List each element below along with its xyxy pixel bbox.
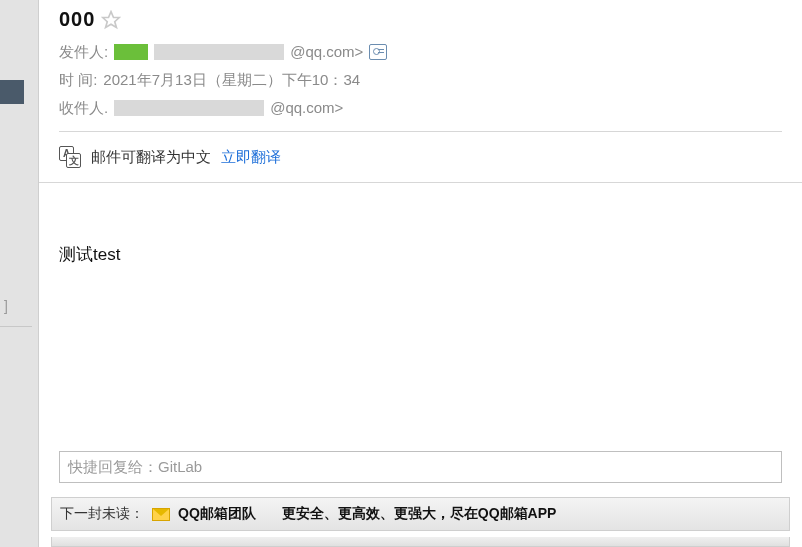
mail-read-pane: 000 发件人: @qq.com> 时 间: 2021年7月13日（星期二）下午… (38, 0, 802, 547)
to-label: 收件人. (59, 97, 108, 119)
translate-link[interactable]: 立即翻译 (221, 148, 281, 167)
envelope-icon (152, 508, 170, 521)
from-row: 发件人: @qq.com> (59, 41, 782, 63)
quick-reply-input[interactable]: 快捷回复给：GitLab (59, 451, 782, 483)
from-redacted-2 (154, 44, 284, 60)
next-unread-sender: QQ邮箱团队 (178, 505, 256, 523)
sidebar-hint: ] (4, 298, 8, 314)
subject-row: 000 (59, 8, 782, 31)
star-icon[interactable] (101, 10, 121, 30)
date-label: 时 间: (59, 69, 97, 91)
mail-header: 000 发件人: @qq.com> 时 间: 2021年7月13日（星期二）下午… (39, 0, 802, 132)
mail-body: 测试test (39, 183, 802, 451)
next-unread-label: 下一封未读： (60, 505, 144, 523)
sidebar-selected-indicator (0, 80, 24, 104)
mail-subject: 000 (59, 8, 95, 31)
sidebar-divider (0, 326, 32, 327)
contact-card-icon[interactable] (369, 44, 387, 60)
to-email-suffix: @qq.com> (270, 97, 343, 119)
to-redacted (114, 100, 264, 116)
translate-text: 邮件可翻译为中文 (91, 148, 211, 167)
bottom-toolbar-sliver (51, 537, 790, 547)
from-label: 发件人: (59, 41, 108, 63)
quick-reply-placeholder: 快捷回复给：GitLab (68, 458, 202, 477)
mail-body-text: 测试test (59, 243, 782, 266)
from-email-suffix: @qq.com> (290, 41, 363, 63)
translate-bar: A 文 邮件可翻译为中文 立即翻译 (39, 132, 802, 183)
from-redacted-1 (114, 44, 148, 60)
svg-marker-0 (103, 11, 120, 27)
left-sidebar-sliver: ] (0, 0, 38, 547)
date-row: 时 间: 2021年7月13日（星期二）下午10：34 (59, 69, 782, 91)
to-row: 收件人. @qq.com> (59, 97, 782, 119)
translate-icon: A 文 (59, 146, 81, 168)
date-value: 2021年7月13日（星期二）下午10：34 (103, 69, 360, 91)
next-unread-bar[interactable]: 下一封未读： QQ邮箱团队 更安全、更高效、更强大，尽在QQ邮箱APP (51, 497, 790, 531)
next-unread-title: 更安全、更高效、更强大，尽在QQ邮箱APP (282, 505, 557, 523)
